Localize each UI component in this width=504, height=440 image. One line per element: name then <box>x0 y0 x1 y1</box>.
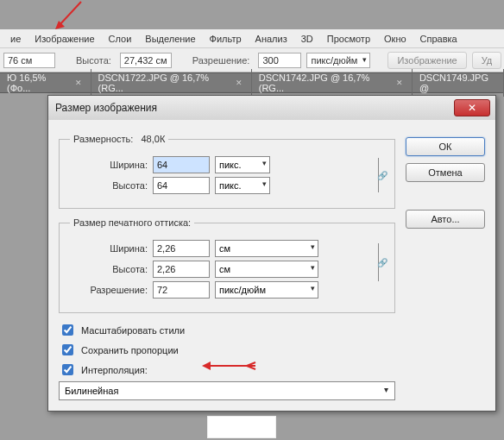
tab-label: DSCN1742.JPG @ 16,7% (RG... <box>259 72 390 93</box>
svg-marker-1 <box>55 21 65 29</box>
close-button[interactable]: ✕ <box>454 99 490 116</box>
dim-legend: Размерность: <box>73 134 133 144</box>
close-icon: ✕ <box>468 102 476 114</box>
artifact-patch <box>207 416 276 438</box>
tab-label: DSCN1722.JPG @ 16,7% (RG... <box>98 72 230 93</box>
scale-styles-label: Масштабировать стили <box>81 325 185 336</box>
px-width-input[interactable] <box>153 156 210 173</box>
menu-item-3d[interactable]: 3D <box>294 30 320 47</box>
svg-line-0 <box>59 2 81 26</box>
auto-button[interactable]: Авто... <box>406 210 485 229</box>
px-height-input[interactable] <box>153 177 210 194</box>
px-height-unit[interactable] <box>215 177 270 194</box>
close-icon[interactable]: ✕ <box>234 78 243 88</box>
interpolation-select[interactable] <box>59 381 395 400</box>
px-height-label: Высота: <box>70 180 148 191</box>
opt-height-value[interactable] <box>120 53 172 68</box>
menu-item-layers[interactable]: Слои <box>102 30 139 47</box>
print-width-label: Ширина: <box>70 243 148 254</box>
resolution-label: Разрешение: <box>70 285 148 295</box>
menu-item-image[interactable]: Изображение <box>28 30 101 47</box>
print-height-unit[interactable] <box>215 261 318 278</box>
tab-label: Ю 16,5% (Фо... <box>7 72 68 93</box>
interpolation-label: Интерполяция: <box>81 365 148 375</box>
px-width-label: Ширина: <box>70 160 148 170</box>
opt-res-unit[interactable] <box>306 53 370 68</box>
print-width-input[interactable] <box>153 240 210 257</box>
menu-item-edit-cut[interactable]: ие <box>3 30 28 47</box>
resolution-input[interactable] <box>153 281 210 299</box>
menu-item-window[interactable]: Окно <box>377 30 413 47</box>
scale-styles-checkbox[interactable] <box>62 324 73 336</box>
print-legend: Размер печатного оттиска: <box>70 217 194 228</box>
opt-res-label: Разрешение: <box>189 55 254 66</box>
opt-res-value[interactable] <box>258 53 301 68</box>
pixel-dimensions-group: Размерность: 48,0К Ширина: Высота: <box>59 134 395 209</box>
menu-item-filter[interactable]: Фильтр <box>203 30 249 47</box>
menubar: ие Изображение Слои Выделение Фильтр Ана… <box>0 29 504 48</box>
print-size-group: Размер печатного оттиска: Ширина: Высота… <box>59 217 395 313</box>
dialog-title: Размер изображения <box>55 102 157 114</box>
link-icon[interactable] <box>370 238 384 286</box>
link-icon[interactable] <box>370 153 384 198</box>
menu-item-analysis[interactable]: Анализ <box>249 30 294 47</box>
print-height-input[interactable] <box>153 261 210 278</box>
dim-value: 48,0К <box>142 134 166 144</box>
opt-btn-delete[interactable]: Уд <box>472 52 502 69</box>
tab-label: DSCN1749.JPG @ <box>419 72 496 93</box>
close-icon[interactable]: ✕ <box>395 78 405 88</box>
menu-item-help[interactable]: Справка <box>413 30 464 47</box>
ok-button[interactable]: ОК <box>406 137 485 156</box>
document-tabs: Ю 16,5% (Фо... ✕ DSCN1722.JPG @ 16,7% (R… <box>0 72 504 93</box>
menu-item-select[interactable]: Выделение <box>138 30 202 47</box>
opt-width-value[interactable] <box>3 53 55 68</box>
constrain-proportions-checkbox[interactable] <box>62 344 73 355</box>
close-icon[interactable]: ✕ <box>73 78 83 88</box>
dialog-titlebar[interactable]: Размер изображения ✕ <box>48 96 495 120</box>
constrain-proportions-label: Сохранить пропорции <box>81 345 179 355</box>
interpolation-checkbox[interactable] <box>62 364 73 375</box>
print-width-unit[interactable] <box>215 240 318 257</box>
resolution-unit[interactable] <box>215 281 318 299</box>
px-width-unit[interactable] <box>215 156 270 173</box>
opt-btn-image[interactable]: Изображение <box>387 52 466 69</box>
opt-height-label: Высота: <box>72 55 115 66</box>
image-size-dialog: Размер изображения ✕ Размерность: 48,0К … <box>47 95 496 412</box>
print-height-label: Высота: <box>70 264 148 274</box>
menu-item-view[interactable]: Просмотр <box>320 30 377 47</box>
cancel-button[interactable]: Отмена <box>406 163 485 182</box>
